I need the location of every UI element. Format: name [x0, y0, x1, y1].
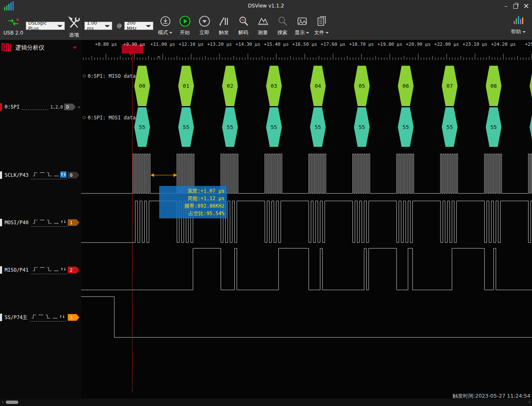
toolbar-separator: [83, 15, 83, 37]
ruler-label: +8.80 μs: [95, 42, 117, 47]
channel-row-1[interactable]: MOSI/P401: [0, 218, 81, 228]
trigger-setting-icon[interactable]: [32, 219, 38, 225]
options-button[interactable]: 选项: [66, 17, 82, 39]
channel-index-badge[interactable]: 0: [68, 172, 79, 178]
trigger-button[interactable]: 触发: [214, 15, 234, 36]
waveform-panel: +8.80 μs+9.90 μs+11.00 μs+12.10 μs+13.20…: [81, 40, 532, 399]
minimize-button[interactable]: –: [503, 2, 508, 10]
decode-icon: [238, 15, 249, 27]
dropdown-caret-icon: [306, 32, 309, 34]
trigger-setting-icon[interactable]: [46, 171, 52, 178]
horizontal-scrollbar[interactable]: ‹ ›: [0, 399, 532, 406]
trigger-setting-icon[interactable]: [32, 266, 38, 272]
decoder-color-bar: [0, 103, 2, 111]
window-title: DSView v1.1.2: [0, 3, 532, 9]
trigger-setting-icon[interactable]: [46, 219, 52, 225]
scrollbar-handle[interactable]: [6, 401, 18, 404]
measure-button[interactable]: 测量: [253, 15, 273, 36]
channel-row-0[interactable]: SCLK/P430: [0, 170, 81, 180]
channel-index-badge[interactable]: 2: [68, 267, 79, 273]
measure-frequency: 频率:892.86KHz: [162, 202, 224, 210]
channel-row-3[interactable]: SS/P74主3: [0, 312, 81, 322]
device-mode-row[interactable]: 逻辑分析仪: [1, 42, 80, 53]
mode-button[interactable]: 模式: [155, 15, 175, 36]
instant-button[interactable]: 立即: [195, 15, 214, 36]
trigger-setting-icon[interactable]: [32, 171, 38, 178]
channel-name[interactable]: SS/P74主: [5, 314, 27, 321]
trigger-setting-icon[interactable]: [39, 219, 45, 225]
trigger-setting-icon[interactable]: [46, 266, 52, 272]
trigger-setting-icon[interactable]: [53, 266, 59, 272]
measure-width: 宽度:+1.07 μs: [162, 187, 224, 195]
decoder-dash-line: [22, 104, 48, 110]
channel-index-badge[interactable]: 3: [68, 314, 79, 321]
file-label: 文件: [314, 29, 324, 36]
trigger-setting-icon[interactable]: [39, 266, 45, 272]
trigger-setting-icon[interactable]: [59, 314, 65, 320]
trigger-setting-icon[interactable]: [60, 266, 66, 272]
device-select[interactable]: DSLogic PLus: [26, 22, 65, 30]
at-separator: @: [117, 23, 122, 29]
channel-color-bar: [0, 314, 2, 321]
trigger-setting-icon[interactable]: [53, 219, 59, 225]
cursor-marker-icon[interactable]: [157, 56, 160, 58]
measure-icon: [258, 15, 268, 27]
chevron-down-icon: [146, 25, 151, 27]
trigger-settings-strip: [31, 266, 67, 274]
display-button[interactable]: 显示: [292, 15, 312, 36]
ruler-label: +14.30 μs: [236, 42, 261, 47]
toolbar-actions: 模式 开始 立即: [155, 15, 331, 36]
ruler-label: +23.10 μs: [463, 42, 488, 47]
trigger-setting-icon[interactable]: [60, 219, 66, 225]
trigger-setting-icon[interactable]: [39, 171, 45, 178]
help-label: 帮助: [511, 28, 521, 35]
channel-name[interactable]: SCLK/P43: [5, 172, 29, 178]
sample-rate-select[interactable]: 200 MHz: [124, 22, 153, 30]
waveform-canvas[interactable]: [81, 60, 532, 395]
ruler-label: +22.00 μs: [434, 42, 459, 47]
time-ruler[interactable]: +8.80 μs+9.90 μs+11.00 μs+12.10 μs+13.20…: [81, 40, 532, 60]
decode-button[interactable]: 解码: [234, 15, 253, 36]
ruler-label: +12.10 μs: [179, 42, 204, 47]
search-label: 搜索: [278, 29, 288, 36]
instant-icon: [199, 15, 210, 27]
trigger-setting-icon[interactable]: [38, 314, 44, 320]
decoder-name[interactable]: 0:SPI: [5, 104, 20, 110]
close-button[interactable]: ×: [523, 2, 530, 10]
channel-row-2[interactable]: MISO/P412: [0, 265, 81, 275]
mode-label: 模式: [158, 29, 168, 36]
chevron-down-icon: [57, 25, 62, 27]
decoder-badge[interactable]: D: [64, 104, 76, 110]
channel-color-bar: [0, 219, 2, 226]
channel-name[interactable]: MISO/P41: [5, 267, 29, 273]
decoder-row-label: 0:SPI: MOSI data: [83, 115, 136, 121]
decoder-row[interactable]: 0:SPI 1,2,0 D »: [0, 102, 81, 112]
scroll-left-icon[interactable]: ‹: [2, 399, 4, 405]
start-button[interactable]: 开始: [175, 15, 195, 36]
search-button[interactable]: 搜索: [273, 15, 292, 36]
trigger-setting-icon[interactable]: [31, 314, 37, 320]
channel-index-badge[interactable]: 1: [68, 219, 79, 226]
measure-label: 测量: [258, 29, 268, 36]
trigger-setting-icon[interactable]: [60, 171, 66, 178]
restore-button[interactable]: [513, 4, 518, 9]
ruler-label: +16.50 μs: [292, 42, 317, 47]
sample-duration-select[interactable]: 1.00 ms: [84, 22, 112, 30]
channel-name[interactable]: MOSI/P40: [5, 220, 29, 225]
start-label: 开始: [180, 29, 190, 36]
trigger-label: 触发: [219, 29, 229, 36]
options-label: 选项: [69, 32, 79, 39]
trigger-setting-icon[interactable]: [52, 314, 58, 320]
trigger-settings-strip: [30, 314, 66, 322]
trigger-setting-icon[interactable]: [53, 171, 59, 178]
chevron-right-icon[interactable]: »: [77, 104, 80, 110]
mode-icon: [160, 15, 171, 27]
scroll-right-icon[interactable]: ›: [528, 399, 530, 405]
dropdown-caret-icon: [522, 31, 526, 33]
help-button[interactable]: 帮助: [508, 15, 529, 35]
device-caret-icon[interactable]: [73, 47, 77, 49]
trigger-setting-icon[interactable]: [45, 314, 51, 320]
display-icon: [297, 15, 308, 27]
display-label: 显示: [295, 29, 305, 36]
file-button[interactable]: 文件: [312, 15, 331, 36]
